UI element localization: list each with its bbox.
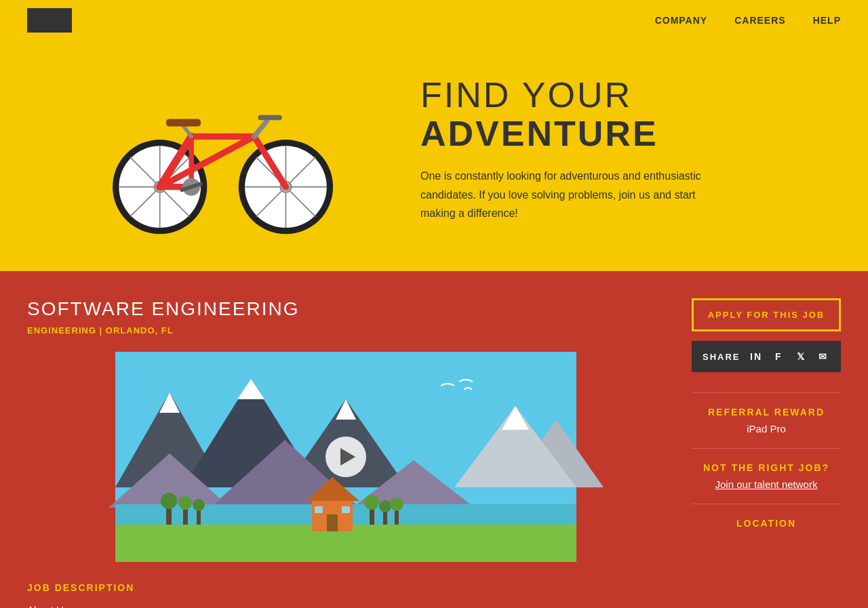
linkedin-icon[interactable]: in [750,349,763,364]
video-player[interactable] [27,352,665,562]
not-right-title: NOT THE RIGHT JOB? [692,462,841,473]
hero-text: FIND YOUR ADVENTURE One is constantly lo… [393,76,841,222]
svg-rect-53 [342,506,350,513]
svg-point-48 [193,499,205,511]
divider-3 [692,504,841,504]
svg-line-22 [254,121,267,136]
divider-1 [692,392,841,393]
job-meta: ENGINEERING | ORLANDO, FL [27,325,665,336]
not-right-section: NOT THE RIGHT JOB? Join our talent netwo… [692,462,841,490]
site-logo[interactable]: one [27,8,72,33]
svg-rect-52 [315,506,323,513]
job-desc-title: JOB DESCRIPTION [27,582,665,593]
svg-rect-25 [166,119,201,126]
referral-section: REFERRAL REWARD iPad Pro [692,407,841,434]
location-section: LOCATION [692,518,841,529]
apply-button[interactable]: APPLY FOR THIS JOB [692,298,841,331]
email-icon[interactable]: ✉ [817,349,830,364]
job-title: SOFTWARE ENGINEERING [27,298,665,320]
share-label: SHARE [703,352,741,362]
hero-title: FIND YOUR ADVENTURE [420,76,841,153]
svg-point-57 [379,500,391,512]
nav-careers[interactable]: CAREERS [734,15,785,26]
svg-point-46 [178,496,192,510]
play-button[interactable] [326,437,366,477]
location-title: LOCATION [692,518,841,529]
svg-point-55 [364,495,379,510]
facebook-icon[interactable]: f [772,349,785,364]
share-bar: SHARE in f 𝕏 ✉ [692,341,841,372]
hero-description: One is constantly looking for adventurou… [420,167,705,222]
content-area: SOFTWARE ENGINEERING ENGINEERING | ORLAN… [0,271,868,608]
main-column: SOFTWARE ENGINEERING ENGINEERING | ORLAN… [27,298,665,608]
svg-rect-51 [327,514,338,531]
svg-point-59 [390,498,403,511]
hero-title-normal: FIND YOUR [420,75,632,115]
referral-title: REFERRAL REWARD [692,407,841,418]
site-header: one COMPANY CAREERS HELP [0,0,868,41]
nav-company[interactable]: COMPANY [655,15,708,26]
sidebar: APPLY FOR THIS JOB SHARE in f 𝕏 ✉ REFERR… [692,298,841,608]
divider-2 [692,448,841,449]
svg-point-44 [161,493,177,509]
nav-help[interactable]: HELP [813,15,841,26]
twitter-icon[interactable]: 𝕏 [795,349,808,364]
about-label: About Us [27,604,665,608]
hero-title-bold: ADVENTURE [420,114,658,153]
job-description-section: JOB DESCRIPTION About Us We are a group … [27,582,665,608]
hero-image [27,61,393,237]
talent-network-link[interactable]: Join our talent network [692,479,841,490]
main-nav: COMPANY CAREERS HELP [655,15,841,26]
hero-section: FIND YOUR ADVENTURE One is constantly lo… [0,41,868,271]
referral-reward: iPad Pro [692,423,841,434]
bicycle-illustration [81,61,339,237]
